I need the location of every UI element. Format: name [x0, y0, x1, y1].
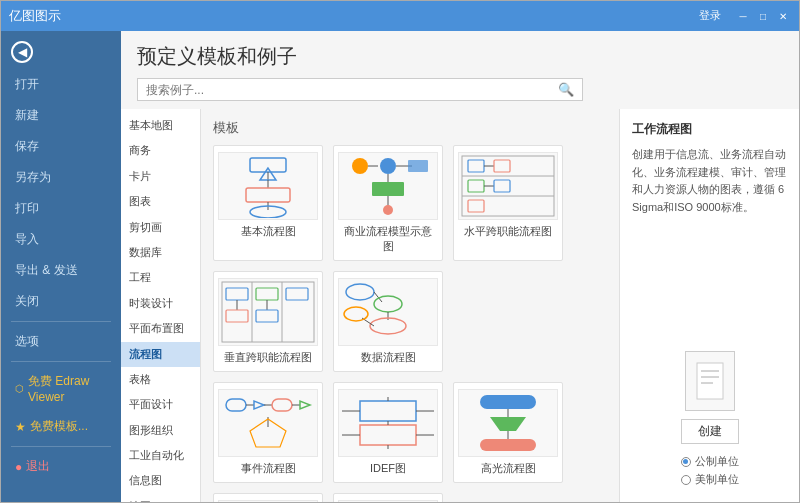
category-floor-plan[interactable]: 平面布置图: [121, 316, 200, 341]
star-icon: ★: [15, 420, 26, 434]
maximize-button[interactable]: □: [755, 8, 771, 24]
info-panel-desc: 创建用于信息流、业务流程自动化、业务流程建模、审计、管理和人力资源人物的图表，遵…: [632, 146, 787, 216]
category-time-design[interactable]: 时装设计: [121, 291, 200, 316]
template-basic-flow[interactable]: 基本流程图: [213, 145, 323, 261]
info-panel: 工作流程图 创建用于信息流、业务流程自动化、业务流程建模、审计、管理和人力资源人…: [619, 109, 799, 502]
category-tables[interactable]: 表格: [121, 367, 200, 392]
category-graphic-org[interactable]: 图形组织: [121, 418, 200, 443]
category-charts[interactable]: 图表: [121, 189, 200, 214]
svg-point-38: [374, 296, 402, 312]
radio-metric: [681, 457, 691, 467]
page-title: 预定义模板和例子: [137, 43, 783, 70]
svg-rect-19: [468, 160, 484, 172]
svg-rect-52: [360, 401, 416, 421]
title-bar: 亿图图示 登录 ─ □ ✕: [1, 1, 799, 31]
warning-icon: ⬡: [15, 383, 24, 394]
category-database[interactable]: 数据库: [121, 240, 200, 265]
template-label-biz-flow: 商业流程模型示意图: [340, 224, 436, 254]
radio-us: [681, 475, 691, 485]
category-scissors[interactable]: 剪切画: [121, 215, 200, 240]
svg-rect-65: [480, 439, 536, 451]
sidebar-item-saveas[interactable]: 另存为: [1, 162, 121, 193]
template-label-event-flow: 事件流程图: [241, 461, 296, 476]
template-thumb-data-flow: [338, 278, 438, 346]
category-flowchart[interactable]: 流程图: [121, 342, 200, 367]
search-input[interactable]: [146, 83, 558, 97]
svg-rect-35: [256, 310, 278, 322]
template-biz-flow[interactable]: 商业流程模型示意图: [333, 145, 443, 261]
template-idef[interactable]: IDEF图: [333, 382, 443, 483]
template-thumb-swimlane-v: [218, 278, 318, 346]
content-area: 基本地图 商务 卡片 图表 剪切画 数据库 工程 时装设计 平面布置图 流程图 …: [121, 109, 799, 502]
category-plane-design[interactable]: 平面设计: [121, 392, 200, 417]
svg-rect-26: [222, 282, 314, 342]
category-industrial[interactable]: 工业自动化: [121, 443, 200, 468]
templates-section-title: 模板: [213, 119, 607, 137]
svg-rect-43: [226, 399, 246, 411]
templates-grid-2: 事件流程图: [213, 382, 607, 502]
app-body: ◀ 打开 新建 保存 另存为 打印 导入 导出 & 发送 关闭 选项 ⬡ 免费 …: [1, 31, 799, 502]
svg-rect-4: [246, 188, 290, 202]
sidebar-item-import[interactable]: 导入: [1, 224, 121, 255]
unit-option-us[interactable]: 美制单位: [681, 472, 739, 487]
templates-area: 模板: [201, 109, 619, 502]
app-title: 亿图图示: [9, 7, 61, 25]
unit-label-us: 美制单位: [695, 472, 739, 487]
unit-option-metric[interactable]: 公制单位: [681, 454, 739, 469]
template-event-flow[interactable]: 事件流程图: [213, 382, 323, 483]
back-button[interactable]: ◀: [1, 35, 121, 69]
sidebar-item-open[interactable]: 打开: [1, 69, 121, 100]
sidebar-item-free-templates[interactable]: ★ 免费模板...: [1, 411, 121, 442]
sidebar-item-export[interactable]: 导出 & 发送: [1, 255, 121, 286]
svg-rect-11: [372, 182, 404, 196]
template-highlight-flow[interactable]: 高光流程图: [453, 382, 563, 483]
create-btn-area: 创建 公制单位 美制单位: [632, 351, 787, 490]
template-work-flow[interactable]: 工作流程图: [213, 493, 323, 502]
info-panel-title: 工作流程图: [632, 121, 787, 138]
search-bar: 🔍: [137, 78, 583, 101]
svg-point-42: [344, 307, 368, 321]
sidebar-item-print[interactable]: 打印: [1, 193, 121, 224]
template-data-flow[interactable]: 数据流程图: [333, 271, 443, 372]
category-map[interactable]: 地图: [121, 494, 200, 502]
category-engineering[interactable]: 工程: [121, 265, 200, 290]
svg-rect-22: [468, 180, 484, 192]
svg-point-36: [346, 284, 374, 300]
template-thumb-swimlane-h: [458, 152, 558, 220]
category-cards[interactable]: 卡片: [121, 164, 200, 189]
sidebar-divider3: [11, 446, 111, 447]
unit-options: 公制单位 美制单位: [681, 454, 739, 490]
template-thumb-work-flow: [218, 500, 318, 502]
sidebar-item-exit[interactable]: ● 退出: [1, 451, 121, 482]
template-label-swimlane-v: 垂直跨职能流程图: [224, 350, 312, 365]
category-infographic[interactable]: 信息图: [121, 468, 200, 493]
minimize-button[interactable]: ─: [735, 8, 751, 24]
category-business[interactable]: 商务: [121, 138, 200, 163]
svg-marker-63: [490, 417, 526, 431]
template-sdl[interactable]: SDL图: [333, 493, 443, 502]
create-button[interactable]: 创建: [681, 419, 739, 444]
close-button[interactable]: ✕: [775, 8, 791, 24]
category-basic-maps[interactable]: 基本地图: [121, 113, 200, 138]
login-link[interactable]: 登录: [699, 8, 721, 24]
sidebar-item-save[interactable]: 保存: [1, 131, 121, 162]
svg-rect-25: [468, 200, 484, 212]
template-label-highlight-flow: 高光流程图: [481, 461, 536, 476]
sidebar-item-edraw-viewer[interactable]: ⬡ 免费 Edraw Viewer: [1, 366, 121, 411]
svg-rect-47: [272, 399, 292, 411]
main-content: 预定义模板和例子 🔍 基本地图 商务 卡片 图表 剪切画 数据库 工程 时装设计: [121, 31, 799, 502]
svg-rect-15: [408, 160, 428, 172]
main-header: 预定义模板和例子 🔍: [121, 31, 799, 109]
create-icon-box: [685, 351, 735, 411]
svg-rect-29: [226, 288, 248, 300]
template-label-idef: IDEF图: [370, 461, 406, 476]
template-swimlane-h[interactable]: 水平跨职能流程图: [453, 145, 563, 261]
template-swimlane-v[interactable]: 垂直跨职能流程图: [213, 271, 323, 372]
unit-label-metric: 公制单位: [695, 454, 739, 469]
category-panel: 基本地图 商务 卡片 图表 剪切画 数据库 工程 时装设计 平面布置图 流程图 …: [121, 109, 201, 502]
sidebar-item-new[interactable]: 新建: [1, 100, 121, 131]
svg-point-7: [352, 158, 368, 174]
svg-rect-21: [494, 160, 510, 172]
sidebar-item-options[interactable]: 选项: [1, 326, 121, 357]
sidebar-item-close[interactable]: 关闭: [1, 286, 121, 317]
